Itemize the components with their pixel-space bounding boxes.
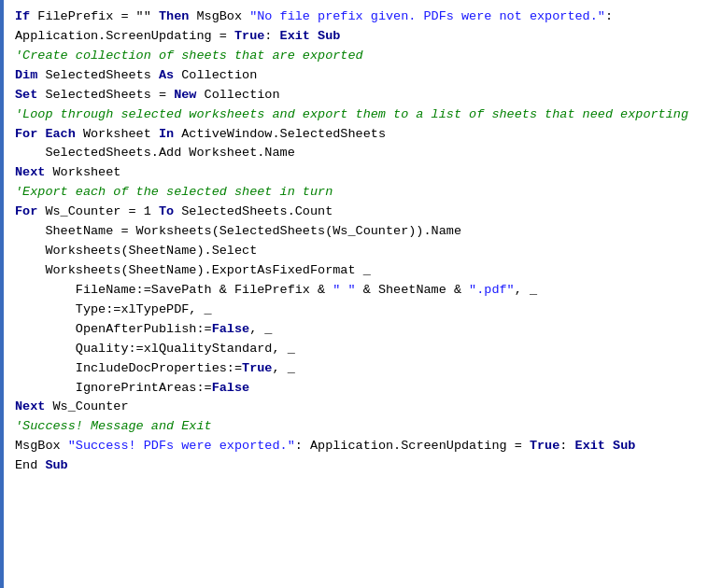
code-token: End [15, 458, 45, 472]
code-token: For [15, 204, 37, 218]
code-token: : [264, 29, 279, 43]
code-token: Worksheet [76, 127, 159, 141]
code-line: For Ws_Counter = 1 To SelectedSheets.Cou… [15, 203, 711, 222]
code-token: Collection [174, 68, 257, 82]
code-token: True [242, 361, 272, 375]
code-token: SelectedSheets.Add Worksheet.Name [15, 146, 295, 160]
code-token: Ws_Counter = 1 [37, 204, 159, 218]
code-token: Application.ScreenUpdating = [15, 29, 234, 43]
code-token: : [559, 439, 574, 453]
code-line: 'Export each of the selected sheet in tu… [15, 183, 711, 203]
code-token: Sub [45, 458, 67, 472]
code-token: " " [333, 283, 355, 297]
code-token: IgnorePrintAreas:= [15, 381, 212, 395]
code-token: Collection [196, 88, 279, 102]
code-token: & SheetName & [356, 283, 470, 297]
code-token: Worksheets(SheetName).Select [15, 244, 257, 258]
code-token: Exit Sub [280, 29, 341, 43]
code-token: , _ [515, 283, 537, 297]
code-token: SelectedSheets.Count [174, 204, 333, 218]
code-line: OpenAfterPublish:=False, _ [15, 320, 711, 340]
code-token: Worksheets(SheetName).ExportAsFixedForma… [15, 263, 371, 277]
code-token: , _ [272, 361, 294, 375]
code-token: As [159, 68, 174, 82]
code-line: Type:=xlTypePDF, _ [15, 301, 711, 320]
code-line: FileName:=SavePath & FilePrefix & " " & … [15, 281, 711, 301]
code-line: IncludeDocProperties:=True, _ [15, 359, 711, 379]
code-line: 'Loop through selected worksheets and ex… [15, 105, 711, 125]
code-token: True [530, 439, 559, 453]
code-token: Worksheet [45, 165, 120, 179]
code-token: Next [15, 399, 45, 413]
code-token: of [159, 49, 174, 63]
code-token: If [15, 9, 30, 23]
code-line: 'Create collection of sheets that are ex… [15, 47, 711, 66]
code-token: FilePrefix = "" [30, 9, 159, 23]
code-token: Exit Sub [575, 439, 636, 453]
code-token: To [159, 204, 174, 218]
code-token: In [159, 127, 174, 141]
code-line: For Each Worksheet In ActiveWindow.Selec… [15, 125, 711, 145]
code-line: Worksheets(SheetName).Select [15, 242, 711, 261]
code-token: Next [15, 165, 45, 179]
code-line: IgnorePrintAreas:=False [15, 379, 711, 399]
code-token: SelectedSheets [37, 68, 159, 82]
code-line: End Sub [15, 456, 711, 476]
code-token: 'Export each of the selected sheet in tu… [15, 185, 333, 199]
code-token: New [174, 88, 196, 102]
code-token: MsgBox [189, 9, 249, 23]
code-line: Next Ws_Counter [15, 398, 711, 417]
code-line: Set SelectedSheets = New Collection [15, 86, 711, 105]
code-token: Type:=xlTypePDF, _ [15, 302, 212, 316]
code-token: ActiveWindow.SelectedSheets [174, 127, 386, 141]
code-token: MsgBox [15, 439, 68, 453]
code-token: "Success! PDFs were exported." [68, 439, 295, 453]
code-token: Ws_Counter [45, 399, 128, 413]
code-line: SelectedSheets.Add Worksheet.Name [15, 144, 711, 163]
code-token: False [212, 322, 250, 336]
code-token: OpenAfterPublish:= [15, 322, 212, 336]
code-token: SheetName = Worksheets(SelectedSheets(Ws… [15, 224, 461, 238]
code-token: 'Create collection [15, 49, 159, 63]
code-token: Then [159, 9, 189, 23]
code-token: True [234, 29, 264, 43]
code-token: : Application.ScreenUpdating = [295, 439, 530, 453]
code-token: SelectedSheets = [37, 88, 174, 102]
code-token: 'Success! Message and Exit [15, 419, 212, 433]
code-token: Quality:=xlQualityStandard, _ [15, 342, 295, 356]
code-line: Worksheets(SheetName).ExportAsFixedForma… [15, 261, 711, 281]
code-line: MsgBox "Success! PDFs were exported.": A… [15, 437, 711, 456]
code-token: : [605, 9, 613, 23]
code-token: IncludeDocProperties:= [15, 361, 242, 375]
code-token: ".pdf" [469, 283, 515, 297]
code-token: , _ [249, 322, 272, 336]
code-line: 'Success! Message and Exit [15, 417, 711, 437]
code-block: If FilePrefix = "" Then MsgBox "No file … [0, 0, 722, 588]
code-token: False [212, 381, 250, 395]
code-token: For Each [15, 127, 76, 141]
code-token: "No file prefix given. PDFs were not exp… [249, 9, 605, 23]
code-token: sheets that are exported [174, 49, 363, 63]
code-token: Dim [15, 68, 37, 82]
code-token: Set [15, 88, 37, 102]
code-line: Quality:=xlQualityStandard, _ [15, 340, 711, 359]
code-line: Next Worksheet [15, 163, 711, 183]
code-line: If FilePrefix = "" Then MsgBox "No file … [15, 7, 711, 27]
code-line: Application.ScreenUpdating = True: Exit … [15, 27, 711, 47]
code-token: 'Loop through selected worksheets and ex… [15, 107, 688, 121]
code-line: SheetName = Worksheets(SelectedSheets(Ws… [15, 222, 711, 242]
code-token: FileName:=SavePath & FilePrefix & [15, 283, 333, 297]
code-line: Dim SelectedSheets As Collection [15, 66, 711, 86]
